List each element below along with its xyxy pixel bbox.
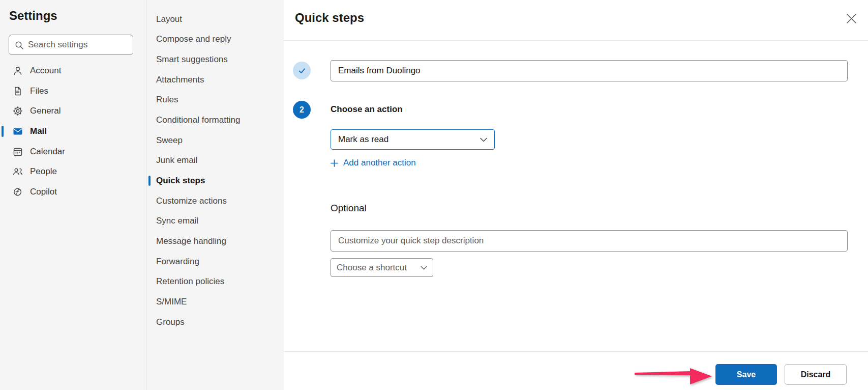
optional-heading: Optional xyxy=(331,203,367,214)
nav-item-customize-actions[interactable]: Customize actions xyxy=(146,191,284,211)
sidebar-item-label: Files xyxy=(30,86,48,96)
step2-number-badge: 2 xyxy=(293,101,311,119)
step2-number: 2 xyxy=(300,105,304,115)
sidebar-item-people[interactable]: People xyxy=(0,161,146,182)
nav-item-junk-email[interactable]: Junk email xyxy=(146,151,284,171)
footer-divider xyxy=(284,351,868,352)
nav-item-quick-steps[interactable]: Quick steps xyxy=(146,171,284,191)
shortcut-dropdown[interactable]: Choose a shortcut xyxy=(331,258,433,277)
sidebar-item-calendar[interactable]: Calendar xyxy=(0,142,146,162)
step1-completed-badge xyxy=(293,62,311,79)
search-settings-box[interactable] xyxy=(9,35,133,55)
sidebar-item-label: Account xyxy=(30,66,61,76)
sidebar-item-label: General xyxy=(30,106,61,116)
action-dropdown[interactable]: Mark as read xyxy=(331,129,495,150)
gear-icon xyxy=(13,106,23,116)
nav-item-forwarding[interactable]: Forwarding xyxy=(146,252,284,272)
sidebar-item-label: Copilot xyxy=(30,187,57,197)
sidebar-item-label: Calendar xyxy=(30,147,65,157)
nav-item-message-handling[interactable]: Message handling xyxy=(146,231,284,252)
nav-item-sync-email[interactable]: Sync email xyxy=(146,211,284,232)
plus-icon xyxy=(331,159,338,167)
copilot-icon xyxy=(13,187,23,197)
chevron-down-icon xyxy=(480,137,487,142)
shortcut-dropdown-value: Choose a shortcut xyxy=(337,263,407,273)
nav-item-groups[interactable]: Groups xyxy=(146,312,284,332)
action-dropdown-value: Mark as read xyxy=(338,134,388,145)
save-button[interactable]: Save xyxy=(715,364,777,385)
nav-item-layout[interactable]: Layout xyxy=(146,9,284,30)
nav-item-compose-and-reply[interactable]: Compose and reply xyxy=(146,30,284,50)
sidebar-item-files[interactable]: Files xyxy=(0,81,146,101)
calendar-icon xyxy=(13,147,23,157)
nav-item-conditional-formatting[interactable]: Conditional formatting xyxy=(146,110,284,130)
sidebar-item-account[interactable]: Account xyxy=(0,61,146,81)
quick-step-name-input[interactable] xyxy=(331,60,848,81)
nav-item-smart-suggestions[interactable]: Smart suggestions xyxy=(146,49,284,70)
choose-action-label: Choose an action xyxy=(331,103,403,116)
description-input[interactable] xyxy=(331,230,848,252)
nav-item-rules[interactable]: Rules xyxy=(146,90,284,110)
add-another-action-label: Add another action xyxy=(343,158,416,168)
person-icon xyxy=(13,66,23,76)
settings-sidebar: Settings Account xyxy=(0,0,146,390)
nav-item-retention-policies[interactable]: Retention policies xyxy=(146,272,284,292)
file-icon xyxy=(13,86,23,96)
header-divider xyxy=(284,40,868,41)
mail-settings-nav: Layout Compose and reply Smart suggestio… xyxy=(146,0,284,390)
sidebar-item-label: People xyxy=(30,166,57,177)
arrow-annotation xyxy=(635,368,712,385)
people-icon xyxy=(13,166,23,177)
nav-item-smime[interactable]: S/MIME xyxy=(146,292,284,312)
nav-item-sweep[interactable]: Sweep xyxy=(146,130,284,151)
checkmark-icon xyxy=(297,66,307,75)
sidebar-item-copilot[interactable]: Copilot xyxy=(0,182,146,202)
close-icon xyxy=(845,12,858,25)
outlook-settings-dialog: Settings Account xyxy=(0,0,868,390)
close-button[interactable] xyxy=(844,11,858,25)
discard-button[interactable]: Discard xyxy=(785,364,847,385)
panel-title: Quick steps xyxy=(295,9,364,26)
search-input[interactable] xyxy=(9,35,133,54)
mail-icon xyxy=(13,126,23,136)
sidebar-item-mail[interactable]: Mail xyxy=(0,121,146,142)
add-another-action-link[interactable]: Add another action xyxy=(331,158,416,168)
sidebar-item-label: Mail xyxy=(30,126,47,136)
settings-title: Settings xyxy=(9,7,146,24)
sidebar-item-general[interactable]: General xyxy=(0,101,146,121)
quick-steps-panel: Quick steps 2 Choose an action Mark as r… xyxy=(284,0,868,390)
chevron-down-icon xyxy=(421,266,427,270)
sidebar-nav: Account Files xyxy=(0,61,146,202)
search-icon xyxy=(15,41,24,50)
nav-item-attachments[interactable]: Attachments xyxy=(146,70,284,90)
